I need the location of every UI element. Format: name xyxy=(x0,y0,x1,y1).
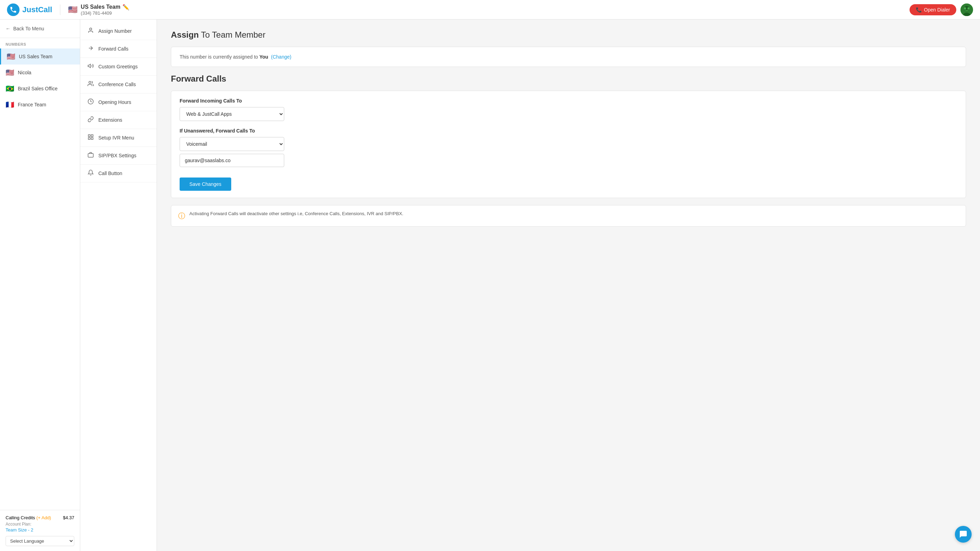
nicola-label: Nicola xyxy=(18,70,32,75)
svg-point-7 xyxy=(89,81,91,83)
nav-item-extensions[interactable]: Extensions xyxy=(80,111,157,129)
chat-button[interactable] xyxy=(955,526,972,543)
nav-opening-hours-label: Opening Hours xyxy=(99,99,131,105)
sidebar-item-us-sales-team[interactable]: 🇺🇸 US Sales Team xyxy=(0,48,80,65)
team-phone: (334) 781-4409 xyxy=(81,10,130,16)
back-to-menu-label: Back To Menu xyxy=(13,26,44,31)
credits-label: Calling Credits (+ Add) xyxy=(6,515,51,520)
svg-rect-12 xyxy=(91,138,93,140)
forward-title-light: Calls xyxy=(204,74,226,83)
change-link[interactable]: (Change) xyxy=(271,54,291,60)
main-content: Assign To Team Member This number is cur… xyxy=(157,19,980,551)
info-icon: ⓘ xyxy=(178,211,185,221)
team-name-text: US Sales Team xyxy=(81,4,121,10)
nav-sip-pbx-label: SIP/PBX Settings xyxy=(99,153,136,158)
clock-icon xyxy=(87,98,94,106)
assign-title-bold: Assign xyxy=(171,30,199,40)
nav-item-forward-calls[interactable]: Forward Calls xyxy=(80,40,157,58)
nav-item-sip-pbx-settings[interactable]: SIP/PBX Settings xyxy=(80,147,157,165)
nav-item-opening-hours[interactable]: Opening Hours xyxy=(80,94,157,111)
nav-assign-number-label: Assign Number xyxy=(99,28,132,34)
info-box: ⓘ Activating Forward Calls will deactiva… xyxy=(171,205,966,227)
nav-extensions-label: Extensions xyxy=(99,117,122,123)
team-info-block: 🇺🇸 US Sales Team ✏️ (334) 781-4409 xyxy=(68,4,130,16)
assign-title-light: To Team Member xyxy=(199,30,266,40)
sidebar-item-nicola[interactable]: 🇺🇸 Nicola xyxy=(0,65,80,81)
nav-item-setup-ivr-menu[interactable]: Setup IVR Menu xyxy=(80,129,157,147)
assigned-text: This number is currently assigned to You… xyxy=(180,54,957,60)
phone-icon: 📞 xyxy=(916,7,922,13)
nav-setup-ivr-label: Setup IVR Menu xyxy=(99,135,134,140)
nav-custom-greetings-label: Custom Greetings xyxy=(99,64,138,69)
unanswered-select[interactable]: Voicemail Phone Number Hang Up xyxy=(180,137,284,151)
nav-item-assign-number[interactable]: Assign Number xyxy=(80,22,157,40)
nav-item-custom-greetings[interactable]: Custom Greetings xyxy=(80,58,157,76)
speaker-icon xyxy=(87,63,94,70)
logo-icon xyxy=(7,3,19,16)
flag-us-sales: 🇺🇸 xyxy=(6,52,15,61)
svg-rect-10 xyxy=(91,135,93,136)
open-dialer-button[interactable]: 📞 Open Dialer xyxy=(910,4,956,15)
sidebar-item-brazil-sales-office[interactable]: 🇧🇷 Brazil Sales Office xyxy=(0,81,80,97)
unanswered-label: If Unanswered, Forward Calls To xyxy=(180,128,957,134)
nav-item-call-button[interactable]: Call Button xyxy=(80,165,157,182)
flag-brazil: 🇧🇷 xyxy=(6,84,14,93)
header-left: JustCall 🇺🇸 US Sales Team ✏️ (334) 781-4… xyxy=(7,3,129,16)
svg-point-5 xyxy=(90,28,92,30)
link-icon xyxy=(87,116,94,124)
france-team-label: France Team xyxy=(18,102,46,107)
forward-incoming-group: Forward Incoming Calls To Web & JustCall… xyxy=(180,98,957,121)
back-to-menu[interactable]: ← Back To Menu xyxy=(0,19,80,38)
svg-rect-11 xyxy=(88,138,90,140)
left-sidebar: ← Back To Menu NUMBERS 🇺🇸 US Sales Team … xyxy=(0,19,80,551)
avatar[interactable] xyxy=(961,3,973,16)
team-info: US Sales Team ✏️ (334) 781-4409 xyxy=(81,4,130,16)
svg-point-4 xyxy=(967,7,969,10)
bell-icon xyxy=(87,169,94,177)
if-unanswered-group: If Unanswered, Forward Calls To Voicemai… xyxy=(180,128,957,167)
sidebar-bottom: Calling Credits (+ Add) $4.37 Account Pl… xyxy=(0,510,80,551)
info-text: Activating Forward Calls will deactivate… xyxy=(189,211,403,216)
forward-calls-card: Forward Incoming Calls To Web & JustCall… xyxy=(171,91,966,198)
briefcase-icon xyxy=(87,152,94,159)
nav-forward-calls-label: Forward Calls xyxy=(99,46,128,52)
forward-incoming-select[interactable]: Web & JustCall Apps Phone Number SIP Add… xyxy=(180,107,284,121)
us-sales-team-label: US Sales Team xyxy=(19,54,52,59)
account-plan-value: Team Size - 2 xyxy=(6,527,74,532)
nav-conference-calls-label: Conference Calls xyxy=(99,81,136,87)
header-divider xyxy=(60,5,60,15)
top-header: JustCall 🇺🇸 US Sales Team ✏️ (334) 781-4… xyxy=(0,0,980,19)
language-select[interactable]: Select Language English French Spanish xyxy=(6,536,74,546)
save-changes-button[interactable]: Save Changes xyxy=(180,177,231,191)
sidebar-item-france-team[interactable]: 🇫🇷 France Team xyxy=(0,97,80,113)
grid-icon xyxy=(87,134,94,142)
team-name-row: US Sales Team ✏️ xyxy=(81,4,130,10)
credits-amount: $4.37 xyxy=(63,515,74,520)
logo[interactable]: JustCall xyxy=(7,3,52,16)
forward-title-bold: Forward xyxy=(171,74,204,83)
assign-section-title: Assign To Team Member xyxy=(171,30,966,40)
forward-icon xyxy=(87,45,94,53)
header-right: 📞 Open Dialer xyxy=(910,3,973,16)
back-arrow-icon: ← xyxy=(6,26,11,31)
svg-point-3 xyxy=(964,7,966,10)
nav-call-button-label: Call Button xyxy=(99,170,122,176)
svg-marker-6 xyxy=(88,64,91,68)
add-credits-link[interactable]: (+ Add) xyxy=(36,515,51,520)
forward-incoming-label: Forward Incoming Calls To xyxy=(180,98,957,104)
logo-text: JustCall xyxy=(22,5,52,14)
svg-rect-13 xyxy=(88,153,94,157)
main-layout: ← Back To Menu NUMBERS 🇺🇸 US Sales Team … xyxy=(0,19,980,551)
edit-icon[interactable]: ✏️ xyxy=(123,4,129,10)
assigned-to: You xyxy=(259,54,268,60)
email-input[interactable] xyxy=(180,154,284,167)
nav-item-conference-calls[interactable]: Conference Calls xyxy=(80,76,157,94)
forward-calls-title: Forward Calls xyxy=(171,74,966,84)
account-plan-label: Account Plan: xyxy=(6,522,74,527)
credits-row: Calling Credits (+ Add) $4.37 xyxy=(6,515,74,520)
group-icon xyxy=(87,81,94,88)
open-dialer-label: Open Dialer xyxy=(924,7,950,13)
person-icon xyxy=(87,27,94,35)
flag-nicola: 🇺🇸 xyxy=(6,68,14,77)
assign-card: This number is currently assigned to You… xyxy=(171,47,966,67)
